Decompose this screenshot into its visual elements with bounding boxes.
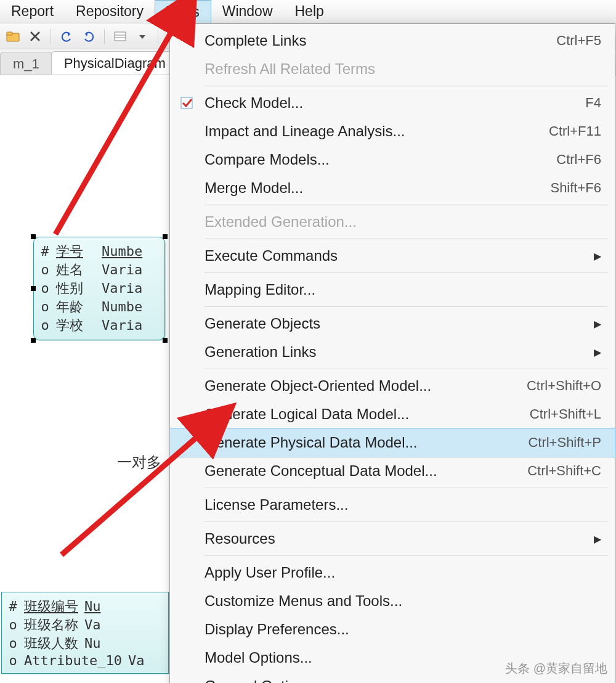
- entity-attribute[interactable]: oAttribute_10Va: [8, 653, 162, 668]
- toolbar-separator: [51, 29, 51, 44]
- menu-item-label: Compare Models...: [205, 151, 556, 168]
- entity-attribute[interactable]: o性别Varia: [40, 279, 158, 298]
- menu-separator: [205, 306, 607, 307]
- menu-item-label: Apply User Profile...: [205, 564, 601, 581]
- toolbar-undo-icon[interactable]: [57, 27, 76, 46]
- menu-shortcut: Ctrl+F6: [556, 152, 601, 168]
- toolbar-folder-icon[interactable]: [4, 27, 22, 46]
- menu-item-impact-and-lineage-analysis[interactable]: Impact and Lineage Analysis...Ctrl+F11: [170, 117, 615, 145]
- menu-separator: [205, 521, 607, 522]
- menu-item-display-preferences[interactable]: Display Preferences...: [170, 615, 615, 644]
- svg-rect-9: [181, 97, 192, 108]
- menu-shortcut: Ctrl+F11: [549, 123, 601, 139]
- entity-attribute[interactable]: o学校Varia: [40, 316, 158, 335]
- tab-physicaldiagram[interactable]: PhysicalDiagram: [51, 51, 179, 75]
- watermark: 头条 @黄家自留地: [505, 660, 607, 677]
- toolbar-properties-icon[interactable]: [111, 27, 129, 46]
- menu-window[interactable]: Window: [211, 0, 284, 23]
- menu-item-label: Generate Objects: [205, 315, 594, 332]
- menu-item-label: Extended Generation...: [205, 213, 601, 231]
- check-icon: [170, 96, 205, 110]
- menu-item-label: License Parameters...: [205, 496, 601, 513]
- svg-rect-1: [7, 32, 12, 35]
- menu-item-label: Generation Links: [205, 343, 594, 361]
- menu-shortcut: Ctrl+Shift+L: [530, 406, 601, 422]
- menu-item-resources[interactable]: Resources▶: [170, 525, 615, 553]
- menu-item-check-model[interactable]: Check Model...F4: [170, 89, 615, 117]
- menu-separator: [205, 272, 607, 273]
- tools-menu: Complete LinksCtrl+F5Refresh All Related…: [169, 23, 615, 683]
- menu-item-generate-objects[interactable]: Generate Objects▶: [170, 309, 615, 338]
- menu-item-generate-object-oriented-model[interactable]: Generate Object-Oriented Model...Ctrl+Sh…: [170, 372, 615, 400]
- menu-item-label: Complete Links: [205, 32, 556, 49]
- entity-class[interactable]: #班级编号Nuo班级名称Vao班级人数NuoAttribute_10Va: [1, 592, 169, 674]
- menu-item-label: Display Preferences...: [205, 621, 601, 638]
- menu-separator: [205, 488, 607, 488]
- menu-item-apply-user-profile[interactable]: Apply User Profile...: [170, 558, 615, 587]
- menu-item-generate-physical-data-model[interactable]: Generate Physical Data Model...Ctrl+Shif…: [170, 428, 615, 457]
- entity-attribute[interactable]: #学号Numbe: [40, 242, 158, 261]
- menu-item-label: Check Model...: [205, 94, 585, 112]
- menu-item-label: Generate Object-Oriented Model...: [205, 377, 527, 395]
- menu-item-generation-links[interactable]: Generation Links▶: [170, 338, 615, 366]
- entity-attribute[interactable]: #班级编号Nu: [8, 597, 162, 616]
- menu-item-refresh-all-related-terms: Refresh All Related Terms: [170, 55, 615, 83]
- menu-shortcut: Shift+F6: [550, 180, 601, 196]
- menu-item-extended-generation: Extended Generation...: [170, 208, 615, 236]
- toolbar-dropdown-icon[interactable]: [133, 27, 152, 46]
- menu-help[interactable]: Help: [284, 0, 335, 23]
- menu-separator: [205, 86, 607, 86]
- menu-item-label: Generate Conceptual Data Model...: [205, 462, 527, 480]
- menu-shortcut: Ctrl+Shift+C: [527, 463, 601, 479]
- menu-item-complete-links[interactable]: Complete LinksCtrl+F5: [170, 27, 615, 55]
- entity-attribute[interactable]: o姓名Varia: [40, 261, 158, 279]
- menu-item-generate-logical-data-model[interactable]: Generate Logical Data Model...Ctrl+Shift…: [170, 400, 615, 428]
- menu-item-customize-menus-and-tools[interactable]: Customize Menus and Tools...: [170, 587, 615, 615]
- tab-m_1[interactable]: m_1: [0, 52, 52, 75]
- menu-item-label: Customize Menus and Tools...: [205, 592, 601, 610]
- toolbar-separator: [158, 29, 158, 44]
- submenu-arrow-icon: ▶: [594, 533, 601, 545]
- menu-shortcut: Ctrl+F5: [556, 33, 601, 49]
- menu-item-label: Merge Model...: [205, 179, 550, 197]
- entity-student[interactable]: #学号Numbeo姓名Variao性别Variao年龄Numbeo学校Varia: [33, 237, 165, 340]
- submenu-arrow-icon: ▶: [594, 250, 601, 262]
- menu-separator: [205, 555, 607, 556]
- toolbar-separator: [104, 29, 105, 44]
- menu-item-merge-model[interactable]: Merge Model...Shift+F6: [170, 174, 615, 202]
- menu-report[interactable]: Report: [0, 0, 65, 23]
- menu-separator: [205, 369, 607, 369]
- submenu-arrow-icon: ▶: [594, 346, 601, 358]
- menu-item-label: Refresh All Related Terms: [205, 60, 601, 78]
- entity-attribute[interactable]: o班级人数Nu: [8, 634, 162, 653]
- menu-separator: [205, 239, 607, 239]
- toolbar-redo-icon[interactable]: [79, 27, 98, 46]
- menu-item-compare-models[interactable]: Compare Models...Ctrl+F6: [170, 145, 615, 174]
- menubar: ReportRepositoryToolsWindowHelp: [0, 0, 616, 23]
- entity-attribute[interactable]: o班级名称Va: [8, 616, 162, 634]
- relation-label: 一对多: [117, 452, 161, 472]
- svg-rect-4: [115, 32, 126, 41]
- menu-item-generate-conceptual-data-model[interactable]: Generate Conceptual Data Model...Ctrl+Sh…: [170, 457, 615, 485]
- menu-item-label: Impact and Lineage Analysis...: [205, 123, 549, 140]
- svg-marker-7: [139, 35, 145, 39]
- menu-separator: [205, 205, 607, 205]
- menu-item-execute-commands[interactable]: Execute Commands▶: [170, 242, 615, 270]
- submenu-arrow-icon: ▶: [594, 318, 601, 330]
- menu-tools[interactable]: Tools: [155, 0, 211, 23]
- menu-item-license-parameters[interactable]: License Parameters...: [170, 491, 615, 519]
- menu-shortcut: Ctrl+Shift+P: [528, 435, 601, 451]
- menu-item-label: General Options...: [205, 677, 601, 683]
- entity-attribute[interactable]: o年龄Numbe: [40, 298, 158, 316]
- menu-item-label: Generate Logical Data Model...: [205, 406, 530, 423]
- menu-item-label: Execute Commands: [205, 247, 594, 264]
- menu-item-mapping-editor[interactable]: Mapping Editor...: [170, 276, 615, 304]
- menu-item-label: Generate Physical Data Model...: [205, 434, 528, 451]
- menu-item-label: Mapping Editor...: [205, 281, 601, 298]
- menu-repository[interactable]: Repository: [65, 0, 155, 23]
- menu-shortcut: F4: [585, 95, 601, 111]
- menu-shortcut: Ctrl+Shift+O: [527, 378, 601, 394]
- toolbar-delete-icon[interactable]: [26, 27, 44, 46]
- menu-item-label: Resources: [205, 530, 594, 547]
